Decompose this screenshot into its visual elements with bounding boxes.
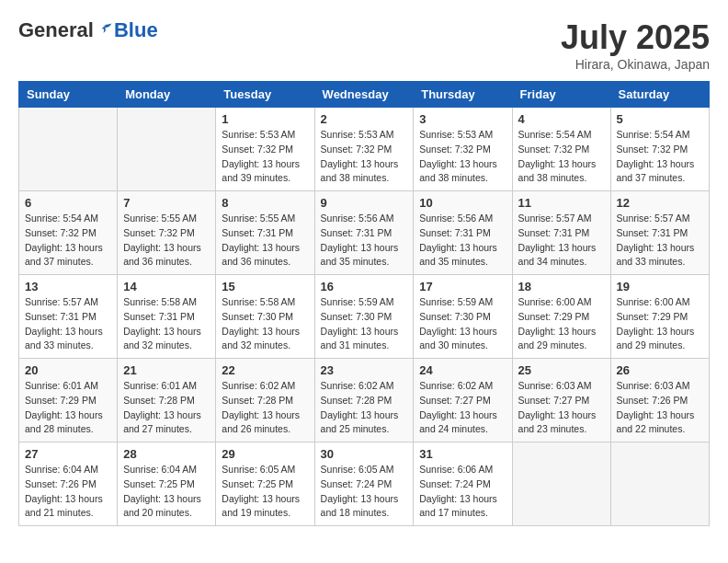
calendar-cell: 31Sunrise: 6:06 AM Sunset: 7:24 PM Dayli…: [414, 442, 512, 526]
calendar-week-row: 1Sunrise: 5:53 AM Sunset: 7:32 PM Daylig…: [19, 108, 710, 191]
calendar-week-row: 6Sunrise: 5:54 AM Sunset: 7:32 PM Daylig…: [19, 191, 710, 275]
day-info: Sunrise: 5:53 AM Sunset: 7:32 PM Dayligh…: [222, 128, 308, 186]
day-info: Sunrise: 5:59 AM Sunset: 7:30 PM Dayligh…: [321, 295, 408, 353]
day-number: 27: [25, 447, 111, 461]
day-number: 28: [123, 447, 210, 461]
weekday-header-row: SundayMondayTuesdayWednesdayThursdayFrid…: [19, 82, 710, 108]
day-number: 10: [419, 196, 506, 210]
day-number: 8: [222, 196, 308, 210]
calendar-cell: 8Sunrise: 5:55 AM Sunset: 7:31 PM Daylig…: [216, 191, 314, 275]
calendar-cell: [610, 442, 709, 526]
calendar-cell: 1Sunrise: 5:53 AM Sunset: 7:32 PM Daylig…: [216, 108, 314, 191]
calendar-cell: 16Sunrise: 5:59 AM Sunset: 7:30 PM Dayli…: [314, 275, 414, 359]
calendar-cell: 24Sunrise: 6:02 AM Sunset: 7:27 PM Dayli…: [414, 359, 512, 442]
calendar-cell: 22Sunrise: 6:02 AM Sunset: 7:28 PM Dayli…: [216, 359, 314, 442]
calendar-cell: 5Sunrise: 5:54 AM Sunset: 7:32 PM Daylig…: [610, 108, 709, 191]
day-number: 20: [25, 363, 111, 377]
calendar-cell: 3Sunrise: 5:53 AM Sunset: 7:32 PM Daylig…: [414, 108, 512, 191]
day-number: 26: [617, 363, 703, 377]
day-info: Sunrise: 6:02 AM Sunset: 7:28 PM Dayligh…: [321, 379, 408, 437]
day-info: Sunrise: 6:00 AM Sunset: 7:29 PM Dayligh…: [518, 295, 605, 353]
month-title: July 2025: [561, 18, 710, 57]
calendar-week-row: 20Sunrise: 6:01 AM Sunset: 7:29 PM Dayli…: [19, 359, 710, 442]
calendar-cell: 14Sunrise: 5:58 AM Sunset: 7:31 PM Dayli…: [118, 275, 216, 359]
calendar-cell: 23Sunrise: 6:02 AM Sunset: 7:28 PM Dayli…: [314, 359, 414, 442]
day-info: Sunrise: 5:57 AM Sunset: 7:31 PM Dayligh…: [25, 295, 111, 353]
day-number: 18: [518, 280, 605, 293]
day-info: Sunrise: 6:01 AM Sunset: 7:28 PM Dayligh…: [123, 379, 210, 437]
calendar-cell: [512, 442, 610, 526]
calendar-cell: 15Sunrise: 5:58 AM Sunset: 7:30 PM Dayli…: [216, 275, 314, 359]
logo-general-text: General: [18, 18, 94, 42]
calendar-table: SundayMondayTuesdayWednesdayThursdayFrid…: [18, 81, 710, 526]
weekday-header-tuesday: Tuesday: [216, 82, 314, 108]
day-number: 24: [419, 363, 506, 377]
calendar-cell: 4Sunrise: 5:54 AM Sunset: 7:32 PM Daylig…: [512, 108, 610, 191]
calendar-cell: 30Sunrise: 6:05 AM Sunset: 7:24 PM Dayli…: [314, 442, 414, 526]
calendar-week-row: 13Sunrise: 5:57 AM Sunset: 7:31 PM Dayli…: [19, 275, 710, 359]
day-info: Sunrise: 6:04 AM Sunset: 7:25 PM Dayligh…: [123, 463, 210, 521]
day-info: Sunrise: 6:06 AM Sunset: 7:24 PM Dayligh…: [419, 463, 506, 521]
day-number: 5: [617, 112, 703, 126]
day-info: Sunrise: 5:54 AM Sunset: 7:32 PM Dayligh…: [617, 128, 703, 186]
day-number: 2: [321, 112, 408, 126]
day-info: Sunrise: 5:54 AM Sunset: 7:32 PM Dayligh…: [25, 212, 111, 270]
day-number: 6: [25, 196, 111, 210]
calendar-cell: [118, 108, 216, 191]
day-info: Sunrise: 5:54 AM Sunset: 7:32 PM Dayligh…: [518, 128, 605, 186]
calendar-cell: 26Sunrise: 6:03 AM Sunset: 7:26 PM Dayli…: [610, 359, 709, 442]
day-info: Sunrise: 5:53 AM Sunset: 7:32 PM Dayligh…: [321, 128, 408, 186]
calendar-cell: 11Sunrise: 5:57 AM Sunset: 7:31 PM Dayli…: [512, 191, 610, 275]
calendar-cell: 19Sunrise: 6:00 AM Sunset: 7:29 PM Dayli…: [610, 275, 709, 359]
day-number: 17: [419, 280, 506, 293]
day-info: Sunrise: 5:55 AM Sunset: 7:31 PM Dayligh…: [222, 212, 308, 270]
day-number: 7: [123, 196, 210, 210]
day-info: Sunrise: 5:55 AM Sunset: 7:32 PM Dayligh…: [123, 212, 210, 270]
day-info: Sunrise: 5:58 AM Sunset: 7:30 PM Dayligh…: [222, 295, 308, 353]
day-number: 15: [222, 280, 308, 293]
day-info: Sunrise: 5:58 AM Sunset: 7:31 PM Dayligh…: [123, 295, 210, 353]
day-number: 25: [518, 363, 605, 377]
calendar-cell: 20Sunrise: 6:01 AM Sunset: 7:29 PM Dayli…: [19, 359, 118, 442]
logo-bird-icon: [96, 21, 114, 40]
calendar-cell: 13Sunrise: 5:57 AM Sunset: 7:31 PM Dayli…: [19, 275, 118, 359]
day-info: Sunrise: 6:02 AM Sunset: 7:28 PM Dayligh…: [222, 379, 308, 437]
logo: General Blue: [18, 18, 158, 42]
day-info: Sunrise: 6:02 AM Sunset: 7:27 PM Dayligh…: [419, 379, 506, 437]
calendar-cell: 12Sunrise: 5:57 AM Sunset: 7:31 PM Dayli…: [610, 191, 709, 275]
location: Hirara, Okinawa, Japan: [561, 57, 710, 72]
day-info: Sunrise: 5:56 AM Sunset: 7:31 PM Dayligh…: [321, 212, 408, 270]
calendar-cell: 2Sunrise: 5:53 AM Sunset: 7:32 PM Daylig…: [314, 108, 414, 191]
day-number: 16: [321, 280, 408, 293]
day-number: 23: [321, 363, 408, 377]
weekday-header-friday: Friday: [512, 82, 610, 108]
logo-blue-text: Blue: [114, 18, 158, 42]
weekday-header-thursday: Thursday: [414, 82, 512, 108]
calendar-cell: 21Sunrise: 6:01 AM Sunset: 7:28 PM Dayli…: [118, 359, 216, 442]
weekday-header-sunday: Sunday: [19, 82, 118, 108]
weekday-header-wednesday: Wednesday: [314, 82, 414, 108]
day-info: Sunrise: 5:57 AM Sunset: 7:31 PM Dayligh…: [617, 212, 703, 270]
day-number: 1: [222, 112, 308, 126]
day-info: Sunrise: 6:03 AM Sunset: 7:26 PM Dayligh…: [617, 379, 703, 437]
calendar-cell: 25Sunrise: 6:03 AM Sunset: 7:27 PM Dayli…: [512, 359, 610, 442]
day-number: 13: [25, 280, 111, 293]
calendar-cell: 18Sunrise: 6:00 AM Sunset: 7:29 PM Dayli…: [512, 275, 610, 359]
calendar-cell: 7Sunrise: 5:55 AM Sunset: 7:32 PM Daylig…: [118, 191, 216, 275]
day-info: Sunrise: 5:57 AM Sunset: 7:31 PM Dayligh…: [518, 212, 605, 270]
weekday-header-saturday: Saturday: [610, 82, 709, 108]
day-number: 21: [123, 363, 210, 377]
day-info: Sunrise: 6:05 AM Sunset: 7:25 PM Dayligh…: [222, 463, 308, 521]
day-info: Sunrise: 6:00 AM Sunset: 7:29 PM Dayligh…: [617, 295, 703, 353]
day-number: 4: [518, 112, 605, 126]
day-info: Sunrise: 5:56 AM Sunset: 7:31 PM Dayligh…: [419, 212, 506, 270]
calendar-cell: 6Sunrise: 5:54 AM Sunset: 7:32 PM Daylig…: [19, 191, 118, 275]
calendar-cell: 17Sunrise: 5:59 AM Sunset: 7:30 PM Dayli…: [414, 275, 512, 359]
page-header: General Blue July 2025 Hirara, Okinawa, …: [18, 18, 710, 72]
calendar-cell: 27Sunrise: 6:04 AM Sunset: 7:26 PM Dayli…: [19, 442, 118, 526]
day-number: 11: [518, 196, 605, 210]
day-number: 19: [617, 280, 703, 293]
calendar-cell: 28Sunrise: 6:04 AM Sunset: 7:25 PM Dayli…: [118, 442, 216, 526]
calendar-cell: 9Sunrise: 5:56 AM Sunset: 7:31 PM Daylig…: [314, 191, 414, 275]
day-number: 30: [321, 447, 408, 461]
